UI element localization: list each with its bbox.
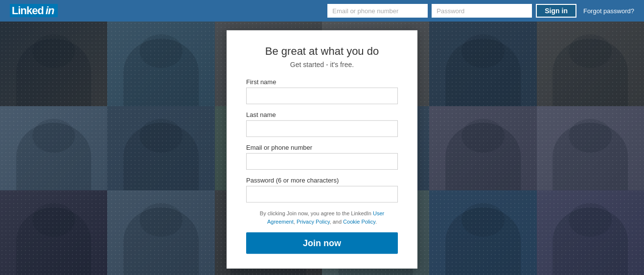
terms-text: By clicking Join now, you agree to the L… xyxy=(246,209,398,226)
header-right: Sign in Forgot password? xyxy=(327,4,634,18)
linkedin-logo: Linkedin xyxy=(10,4,58,17)
password-input[interactable] xyxy=(246,186,398,203)
header-email-input[interactable] xyxy=(327,4,428,18)
header-password-input[interactable] xyxy=(432,4,532,18)
join-now-button[interactable]: Join now xyxy=(246,232,398,254)
first-name-group: First name xyxy=(246,78,398,104)
forgot-password-link[interactable]: Forgot password? xyxy=(583,7,634,15)
cookie-policy-link[interactable]: Cookie Policy xyxy=(343,218,375,224)
first-name-label: First name xyxy=(246,78,398,86)
password-group: Password (6 or more characters) xyxy=(246,177,398,203)
privacy-policy-link[interactable]: Privacy Policy xyxy=(297,218,330,224)
last-name-input[interactable] xyxy=(246,120,398,137)
header: Linkedin Sign in Forgot password? xyxy=(0,0,644,22)
email-input[interactable] xyxy=(246,153,398,170)
modal-title: Be great at what you do xyxy=(246,45,398,58)
logo-in-text: Linkedin xyxy=(10,4,58,17)
password-label: Password (6 or more characters) xyxy=(246,177,398,184)
signup-modal: Be great at what you do Get started - it… xyxy=(227,30,417,269)
modal-subtitle: Get started - it's free. xyxy=(246,61,398,69)
last-name-group: Last name xyxy=(246,111,398,137)
sign-in-button[interactable]: Sign in xyxy=(536,4,576,18)
last-name-label: Last name xyxy=(246,111,398,118)
first-name-input[interactable] xyxy=(246,88,398,104)
email-label: Email or phone number xyxy=(246,144,398,151)
email-group: Email or phone number xyxy=(246,144,398,170)
